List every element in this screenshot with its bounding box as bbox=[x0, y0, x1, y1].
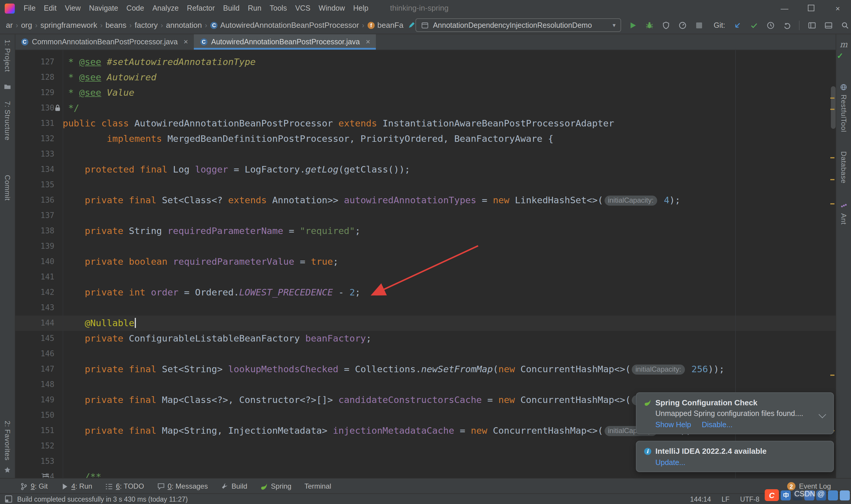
debug-button[interactable] bbox=[645, 21, 654, 30]
editor-tab[interactable]: CCommonAnnotationBeanPostProcessor.java× bbox=[15, 34, 194, 50]
caret-position-indicator[interactable]: 144:14 bbox=[690, 496, 711, 503]
line-number[interactable]: 144 bbox=[15, 316, 62, 331]
line-number[interactable]: 142 bbox=[15, 285, 62, 300]
menu-item-tools[interactable]: Tools bbox=[266, 0, 291, 17]
coverage-button[interactable] bbox=[662, 21, 670, 30]
tool-window-button-commit[interactable]: Commit bbox=[3, 175, 12, 200]
line-number[interactable]: 134 bbox=[15, 162, 62, 177]
menu-item-file[interactable]: File bbox=[19, 0, 40, 17]
menu-item-vcs[interactable]: VCS bbox=[291, 0, 314, 17]
breadcrumb-item[interactable]: beanFa bbox=[377, 21, 403, 30]
tool-window-bar-spring[interactable]: Spring bbox=[260, 482, 291, 490]
code-line: private String requiredParameterName = "… bbox=[62, 223, 836, 239]
run-configuration-select[interactable]: AnnotationDependencyInjectionResolutionD… bbox=[415, 18, 621, 32]
line-number[interactable]: 140 bbox=[15, 254, 62, 269]
tool-window-button-restfultool[interactable]: RestfulTool bbox=[839, 83, 848, 132]
line-number[interactable]: 151 bbox=[15, 423, 62, 438]
menu-item-build[interactable]: Build bbox=[219, 0, 244, 17]
minimize-button[interactable]: — bbox=[771, 4, 798, 13]
line-number[interactable]: 132 bbox=[15, 131, 62, 146]
line-number[interactable]: 133 bbox=[15, 146, 62, 162]
line-number[interactable]: 146 bbox=[15, 346, 62, 362]
line-number[interactable]: 153 bbox=[15, 454, 62, 469]
line-number[interactable]: 139 bbox=[15, 239, 62, 254]
git-update-button[interactable] bbox=[733, 21, 742, 30]
line-number[interactable]: 135 bbox=[15, 177, 62, 193]
line-number[interactable]: 152 bbox=[15, 438, 62, 454]
notification-link[interactable]: Update... bbox=[655, 458, 685, 467]
tool-window-bar-todo[interactable]: 6: TODO bbox=[105, 482, 144, 490]
breadcrumb-item[interactable]: org bbox=[21, 21, 32, 30]
menu-item-help[interactable]: Help bbox=[349, 0, 372, 17]
tool-window-bar-git[interactable]: 9: Git bbox=[20, 482, 48, 490]
history-button[interactable] bbox=[766, 21, 775, 30]
code-token: (getClass()); bbox=[338, 164, 410, 175]
search-everywhere-button[interactable] bbox=[840, 21, 849, 30]
rollback-button[interactable] bbox=[782, 21, 791, 30]
tool-window-bar-build[interactable]: Build bbox=[221, 482, 247, 490]
breadcrumb-item[interactable]: ar bbox=[6, 21, 13, 30]
breadcrumb-item[interactable]: springframework bbox=[40, 21, 97, 30]
tool-window-button-7-structure[interactable]: 7: Structure bbox=[3, 101, 12, 140]
editor-tab[interactable]: CAutowiredAnnotationBeanPostProcessor.ja… bbox=[194, 34, 376, 50]
line-number[interactable]: 137 bbox=[15, 208, 62, 223]
line-number[interactable]: 136 bbox=[15, 193, 62, 208]
menu-item-navigate[interactable]: Navigate bbox=[85, 0, 122, 17]
git-commit-button[interactable] bbox=[749, 21, 758, 30]
layout-bottom-button[interactable] bbox=[824, 21, 833, 30]
breadcrumb-item[interactable]: factory bbox=[135, 21, 158, 30]
tool-window-button-1-project[interactable]: 1: Project bbox=[3, 40, 12, 72]
tab-close-icon[interactable]: × bbox=[366, 37, 370, 46]
line-number[interactable]: 141 bbox=[15, 269, 62, 285]
pencil-edit-icon[interactable] bbox=[407, 21, 415, 30]
breadcrumb-item[interactable]: annotation bbox=[166, 21, 202, 30]
line-number[interactable]: 138 bbox=[15, 223, 62, 239]
maximize-button[interactable] bbox=[798, 4, 825, 13]
notification-link[interactable]: Show Help bbox=[655, 421, 691, 429]
encoding-indicator[interactable]: UTF-8 bbox=[740, 496, 759, 503]
breadcrumb-item[interactable]: AutowiredAnnotationBeanPostProcessor bbox=[220, 21, 359, 30]
tool-window-button-m[interactable]: m bbox=[840, 40, 848, 49]
line-number[interactable]: 143 bbox=[15, 300, 62, 316]
profiler-button[interactable] bbox=[678, 21, 687, 30]
run-button[interactable] bbox=[629, 21, 637, 30]
inspections-ok-icon[interactable]: ✓ bbox=[837, 51, 843, 60]
menu-item-refactor[interactable]: Refactor bbox=[183, 0, 219, 17]
breadcrumb-item[interactable]: beans bbox=[106, 21, 126, 30]
menu-item-window[interactable]: Window bbox=[314, 0, 349, 17]
code-token: Log bbox=[167, 164, 195, 175]
tab-close-icon[interactable]: × bbox=[183, 37, 188, 46]
line-number[interactable]: 131 bbox=[15, 116, 62, 131]
line-number[interactable]: 145 bbox=[15, 331, 62, 346]
menu-item-code[interactable]: Code bbox=[122, 0, 148, 17]
menu-item-run[interactable]: Run bbox=[244, 0, 266, 17]
tool-window-button-folder-icon[interactable] bbox=[3, 83, 11, 90]
line-number[interactable]: 147 bbox=[15, 362, 62, 377]
line-number[interactable]: 150 bbox=[15, 408, 62, 423]
tool-window-button-star-icon[interactable] bbox=[3, 466, 11, 474]
line-ending-indicator[interactable]: LF bbox=[722, 496, 729, 503]
menu-item-analyze[interactable]: Analyze bbox=[148, 0, 183, 17]
line-number[interactable]: 130 bbox=[15, 101, 62, 116]
tool-window-bar-run[interactable]: 4: Run bbox=[60, 482, 92, 490]
tool-window-bar-terminal[interactable]: Terminal bbox=[304, 482, 331, 490]
line-number[interactable]: 128 bbox=[15, 70, 62, 85]
tool-window-button-ant[interactable]: Ant bbox=[839, 202, 848, 225]
tool-window-button-database[interactable]: Database bbox=[839, 151, 848, 183]
close-button[interactable]: × bbox=[825, 4, 851, 13]
tool-window-bar-messages[interactable]: 0: Messages bbox=[157, 482, 208, 490]
menu-item-edit[interactable]: Edit bbox=[40, 0, 60, 17]
notification-link[interactable]: Disable... bbox=[702, 421, 732, 429]
layout-left-button[interactable] bbox=[807, 21, 816, 30]
notification-title-row: iIntelliJ IDEA 2022.2.4 available bbox=[644, 447, 826, 455]
line-number[interactable]: 127 bbox=[15, 54, 62, 70]
tool-window-button-2-favorites[interactable]: 2: Favorites bbox=[3, 420, 12, 460]
line-number[interactable]: 149 bbox=[15, 392, 62, 408]
line-number[interactable]: 154 bbox=[15, 469, 62, 479]
code-token: = Ordered. bbox=[179, 287, 239, 298]
tool-window-switcher-icon[interactable] bbox=[5, 495, 13, 503]
menu-item-view[interactable]: View bbox=[60, 0, 85, 17]
line-number[interactable]: 148 bbox=[15, 377, 62, 392]
stop-button[interactable] bbox=[695, 21, 704, 30]
line-number[interactable]: 129 bbox=[15, 85, 62, 101]
